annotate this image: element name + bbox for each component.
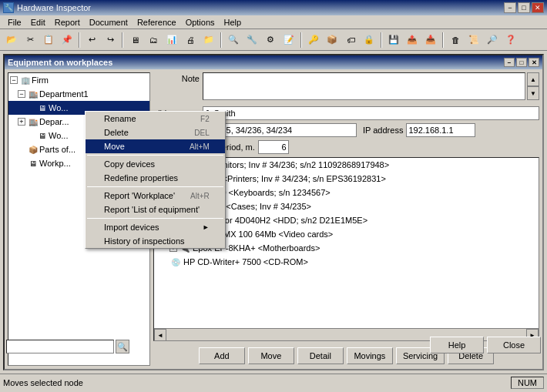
note-input[interactable]	[203, 72, 525, 100]
toolbar-import[interactable]: 📥	[422, 32, 439, 49]
toolbar-wrench[interactable]: 🔧	[243, 32, 260, 49]
move-button[interactable]: Move	[248, 347, 294, 364]
search-bar: 🔍	[6, 340, 129, 353]
sep4	[300, 32, 302, 48]
status-text: Moves selected node	[3, 378, 83, 387]
toolbar-cut[interactable]: ✂	[22, 32, 39, 49]
inner-maximize[interactable]: □	[516, 58, 527, 67]
toolbar-help[interactable]: ❓	[502, 32, 519, 49]
maximize-button[interactable]: □	[518, 2, 530, 13]
tree-firm[interactable]: − 🏢 Firm	[8, 73, 149, 87]
inner-minimize[interactable]: −	[504, 58, 515, 67]
toolbar-delete[interactable]: 🗑	[447, 32, 464, 49]
search-button[interactable]: 🔍	[116, 340, 129, 353]
workplace3-icon: 🖥	[27, 157, 39, 169]
toolbar-key[interactable]: 🔑	[305, 32, 322, 49]
ctx-import[interactable]: Import devices ►	[86, 220, 225, 234]
ctx-rename[interactable]: Rename F2	[86, 112, 225, 126]
ctx-delete[interactable]: Delete DEL	[86, 126, 225, 139]
app-icon: 🔧	[3, 2, 14, 13]
add-button[interactable]: Add	[199, 347, 245, 364]
ip-label: IP address	[363, 126, 403, 135]
responsible-input[interactable]	[203, 106, 539, 120]
detail-button[interactable]: Detail	[297, 347, 344, 364]
ctx-sep1	[87, 155, 223, 156]
ctx-history[interactable]: History of inspections	[86, 234, 225, 248]
firm-expander[interactable]: −	[10, 76, 18, 84]
title-bar: 🔧 Hardware Inspector − □ ✕	[0, 0, 547, 15]
toolbar-export[interactable]: 📤	[404, 32, 421, 49]
toolbar-pin[interactable]: 📌	[59, 32, 76, 49]
menu-options[interactable]: Options	[181, 17, 220, 28]
toolbar-note[interactable]: 📝	[280, 32, 297, 49]
help-button[interactable]: Help	[430, 337, 484, 353]
sep6	[442, 32, 444, 48]
firm-icon: 🏢	[19, 74, 32, 86]
status-bar: Moves selected node NUM	[0, 374, 547, 390]
menu-edit[interactable]: Edit	[26, 17, 50, 28]
close-button[interactable]: ✕	[532, 2, 544, 13]
maintenance-input[interactable]	[258, 140, 289, 154]
toolbar-box[interactable]: 📦	[324, 32, 341, 49]
toolbar-folder3[interactable]: 📁	[200, 32, 217, 49]
workplace1-icon: 🖥	[36, 102, 49, 114]
scroll-left[interactable]: ◄	[154, 329, 166, 341]
toolbar: 📂 ✂ 📋 📌 ↩ ↪ 🖥 🗂 📊 🖨 📁 🔍 🔧 ⚙ 📝 🔑 📦 🏷 🔒 💾 …	[0, 29, 547, 51]
toolbar-monitor[interactable]: 🖥	[126, 32, 143, 49]
sep3	[220, 32, 222, 48]
toolbar-search[interactable]: 🔍	[225, 32, 242, 49]
menu-help[interactable]: Help	[220, 17, 247, 28]
ctx-sep3	[87, 218, 223, 219]
toolbar-paste[interactable]: 📋	[40, 32, 57, 49]
toolbar-lock[interactable]: 🔒	[361, 32, 378, 49]
toolbar-zoom[interactable]: 🔎	[484, 32, 501, 49]
toolbar-save[interactable]: 💾	[385, 32, 402, 49]
ctx-report-list[interactable]: Report 'List of equipment'	[86, 203, 225, 216]
toolbar-chart[interactable]: 📊	[163, 32, 180, 49]
equip-item-cdrom[interactable]: 💿 HP CD-Writer+ 7500 <CD-ROM>	[154, 255, 539, 269]
toolbar-tag[interactable]: 🏷	[342, 32, 359, 49]
toolbar-redo[interactable]: ↪	[102, 32, 119, 49]
dialog-buttons: Help Close	[430, 337, 541, 353]
menu-report[interactable]: Report	[50, 17, 85, 28]
menu-document[interactable]: Document	[85, 17, 133, 28]
sep5	[381, 32, 382, 48]
dept2-expander[interactable]: +	[18, 118, 25, 126]
parts-icon: 📦	[27, 143, 39, 156]
search-input[interactable]	[6, 340, 114, 353]
sep2	[122, 32, 123, 48]
movings-button[interactable]: Movings	[347, 347, 393, 364]
toolbar-folder2[interactable]: 🗂	[145, 32, 162, 49]
ctx-copy-devices[interactable]: Copy devices	[86, 157, 225, 171]
note-label: Note	[153, 72, 200, 83]
search-icon: 🔍	[117, 342, 128, 352]
menu-bar: File Edit Report Document Reference Opti…	[0, 15, 547, 29]
ctx-move[interactable]: Move Alt+M	[86, 139, 225, 153]
note-scroll-up[interactable]: ▲	[527, 72, 539, 86]
inner-title-bar: Equipment on workplaces − □ ✕	[5, 55, 542, 69]
ctx-sep2	[87, 186, 223, 187]
number-input[interactable]	[203, 123, 357, 137]
context-menu: Rename F2 Delete DEL Move Alt+M Copy dev…	[85, 111, 226, 249]
toolbar-doc[interactable]: 📜	[465, 32, 482, 49]
ctx-report-workplace[interactable]: Report 'Workplace' Alt+R	[86, 189, 225, 203]
toolbar-gear[interactable]: ⚙	[262, 32, 279, 49]
dept1-icon: 🏬	[27, 88, 39, 100]
toolbar-open[interactable]: 📂	[3, 32, 20, 49]
cdrom-icon: 💿	[169, 256, 182, 268]
menu-file[interactable]: File	[3, 17, 26, 28]
dept2-icon: 🏬	[27, 116, 39, 128]
note-scroll-down[interactable]: ▼	[527, 86, 539, 100]
menu-reference[interactable]: Reference	[133, 17, 181, 28]
toolbar-print[interactable]: 🖨	[182, 32, 199, 49]
tree-dept1[interactable]: − 🏬 Department1	[8, 87, 149, 101]
close-main-button[interactable]: Close	[487, 337, 541, 353]
ctx-redefine[interactable]: Redefine properties	[86, 171, 225, 185]
inner-close[interactable]: ✕	[529, 58, 539, 67]
sep1	[79, 32, 80, 48]
minimize-button[interactable]: −	[504, 2, 516, 13]
ip-input[interactable]	[406, 123, 475, 137]
dept1-expander[interactable]: −	[18, 90, 25, 98]
inner-window-title: Equipment on workplaces	[8, 58, 112, 67]
toolbar-undo[interactable]: ↩	[83, 32, 100, 49]
